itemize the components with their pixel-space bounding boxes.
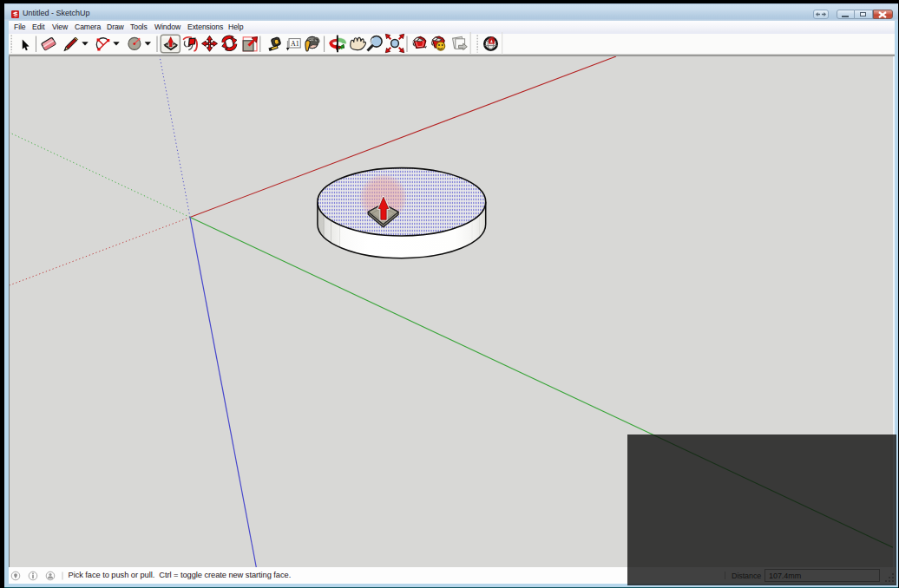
svg-text:A1: A1 <box>291 40 299 48</box>
